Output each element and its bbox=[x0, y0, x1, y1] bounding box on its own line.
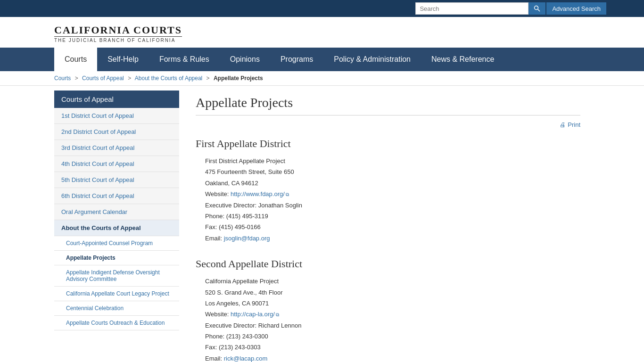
print-bar: 🖨 Print bbox=[196, 121, 580, 128]
district-phone-second: Phone: (213) 243-0300 bbox=[205, 331, 580, 342]
sidebar-sub-indigent[interactable]: Appellate Indigent Defense Oversight Adv… bbox=[54, 265, 179, 287]
district-email-second: Email: rick@lacap.com bbox=[205, 353, 580, 362]
svg-point-0 bbox=[535, 6, 538, 10]
district-info-second: California Appellate Project 520 S. Gran… bbox=[196, 276, 580, 362]
sidebar: Courts of Appeal 1st District Court of A… bbox=[54, 90, 179, 362]
search-input[interactable] bbox=[415, 2, 528, 15]
sidebar-link-5th-district[interactable]: 5th District Court of Appeal bbox=[54, 172, 179, 188]
breadcrumb-courts[interactable]: Courts bbox=[54, 75, 71, 82]
sidebar-link-outreach[interactable]: Appellate Courts Outreach & Education bbox=[54, 316, 179, 330]
svg-line-1 bbox=[538, 9, 540, 12]
district-org-first: First District Appellate Project bbox=[205, 156, 580, 166]
district-first: First Appellate District First District … bbox=[196, 138, 580, 244]
nav-link-selfhelp[interactable]: Self-Help bbox=[97, 48, 149, 71]
district-addr2-first: Oakland, CA 94612 bbox=[205, 178, 580, 189]
sidebar-link-indigent[interactable]: Appellate Indigent Defense Oversight Adv… bbox=[54, 265, 179, 286]
main-nav: Courts Self-Help Forms & Rules Opinions … bbox=[0, 48, 644, 71]
sidebar-link-counsel[interactable]: Court-Appointed Counsel Program bbox=[54, 236, 179, 250]
nav-link-forms[interactable]: Forms & Rules bbox=[149, 48, 220, 71]
district-org-second: California Appellate Project bbox=[205, 276, 580, 287]
district-title-second: Second Appellate District bbox=[196, 258, 580, 270]
printer-icon: 🖨 bbox=[560, 121, 566, 128]
nav-link-programs[interactable]: Programs bbox=[270, 48, 323, 71]
print-link[interactable]: 🖨 Print bbox=[560, 121, 580, 128]
sidebar-link-1st-district[interactable]: 1st District Court of Appeal bbox=[54, 108, 179, 123]
nav-link-opinions[interactable]: Opinions bbox=[220, 48, 270, 71]
nav-link-policy[interactable]: Policy & Administration bbox=[323, 48, 421, 71]
sidebar-link-appellate-projects[interactable]: Appellate Projects bbox=[54, 251, 179, 265]
district-second: Second Appellate District California App… bbox=[196, 258, 580, 362]
logo-sub: THE JUDICIAL BRANCH OF CALIFORNIA bbox=[54, 38, 182, 43]
external-icon-second: ⧉ bbox=[276, 312, 279, 317]
content-wrapper: Courts of Appeal 1st District Court of A… bbox=[0, 90, 644, 362]
site-header: CALIFORNIA COURTS THE JUDICIAL BRANCH OF… bbox=[0, 17, 644, 48]
search-icon bbox=[534, 5, 540, 12]
nav-item-opinions[interactable]: Opinions bbox=[220, 48, 270, 71]
sidebar-sub-outreach[interactable]: Appellate Courts Outreach & Education bbox=[54, 316, 179, 330]
site-logo: CALIFORNIA COURTS THE JUDICIAL BRANCH OF… bbox=[54, 24, 182, 43]
nav-link-courts[interactable]: Courts bbox=[54, 48, 97, 71]
main-content: Appellate Projects 🖨 Print First Appella… bbox=[186, 90, 590, 362]
search-form: Advanced Search bbox=[415, 2, 606, 15]
print-label: Print bbox=[568, 121, 580, 128]
nav-link-news[interactable]: News & Reference bbox=[421, 48, 504, 71]
district-addr1-first: 475 Fourteenth Street, Suite 650 bbox=[205, 166, 580, 177]
logo-main: CALIFORNIA COURTS bbox=[54, 24, 182, 37]
nav-item-courts[interactable]: Courts bbox=[54, 48, 97, 71]
sidebar-sub-legacy[interactable]: California Appellate Court Legacy Projec… bbox=[54, 287, 179, 301]
sidebar-sub-counsel[interactable]: Court-Appointed Counsel Program bbox=[54, 236, 179, 251]
page-title: Appellate Projects bbox=[196, 95, 580, 115]
nav-item-programs[interactable]: Programs bbox=[270, 48, 323, 71]
breadcrumb-about-courts[interactable]: About the Courts of Appeal bbox=[135, 75, 202, 82]
district-website-second: Website: http://cap-la.org/⧉ bbox=[205, 309, 580, 320]
sidebar-item-3rd-district[interactable]: 3rd District Court of Appeal bbox=[54, 140, 179, 156]
district-website-link-first[interactable]: http://www.fdap.org/ bbox=[231, 190, 285, 197]
sidebar-link-centennial[interactable]: Centennial Celebration bbox=[54, 301, 179, 315]
district-addr2-second: Los Angeles, CA 90071 bbox=[205, 298, 580, 309]
external-icon-first: ⧉ bbox=[286, 192, 289, 197]
sidebar-item-oral-argument[interactable]: Oral Argument Calendar bbox=[54, 204, 179, 220]
sidebar-link-6th-district[interactable]: 6th District Court of Appeal bbox=[54, 188, 179, 204]
sidebar-header: Courts of Appeal bbox=[54, 90, 179, 108]
district-email-link-second[interactable]: rick@lacap.com bbox=[224, 355, 268, 362]
breadcrumb: Courts > Courts of Appeal > About the Co… bbox=[0, 71, 644, 86]
sidebar-item-about-courts[interactable]: About the Courts of Appeal bbox=[54, 220, 179, 236]
sidebar-link-legacy[interactable]: California Appellate Court Legacy Projec… bbox=[54, 287, 179, 301]
nav-item-selfhelp[interactable]: Self-Help bbox=[97, 48, 149, 71]
breadcrumb-sep1: > bbox=[75, 75, 78, 82]
district-website-first: Website: http://www.fdap.org/⧉ bbox=[205, 189, 580, 199]
sidebar-item-5th-district[interactable]: 5th District Court of Appeal bbox=[54, 172, 179, 188]
breadcrumb-sep3: > bbox=[206, 75, 210, 82]
sidebar-link-4th-district[interactable]: 4th District Court of Appeal bbox=[54, 156, 179, 172]
nav-item-news[interactable]: News & Reference bbox=[421, 48, 504, 71]
district-phone-first: Phone: (415) 495-3119 bbox=[205, 211, 580, 222]
breadcrumb-current: Appellate Projects bbox=[214, 75, 263, 82]
sidebar-item-4th-district[interactable]: 4th District Court of Appeal bbox=[54, 156, 179, 172]
top-bar: Advanced Search bbox=[0, 0, 644, 17]
breadcrumb-courts-of-appeal[interactable]: Courts of Appeal bbox=[82, 75, 124, 82]
nav-item-forms[interactable]: Forms & Rules bbox=[149, 48, 220, 71]
district-title-first: First Appellate District bbox=[196, 138, 580, 150]
sidebar-sub-centennial[interactable]: Centennial Celebration bbox=[54, 301, 179, 316]
sidebar-item-2nd-district[interactable]: 2nd District Court of Appeal bbox=[54, 124, 179, 140]
sidebar-link-3rd-district[interactable]: 3rd District Court of Appeal bbox=[54, 140, 179, 156]
district-email-link-first[interactable]: jsoglin@fdap.org bbox=[224, 235, 270, 242]
district-fax-first: Fax: (415) 495-0166 bbox=[205, 222, 580, 232]
breadcrumb-sep2: > bbox=[128, 75, 131, 82]
district-director-second: Executive Director: Richard Lennon bbox=[205, 320, 580, 331]
sidebar-item-6th-district[interactable]: 6th District Court of Appeal bbox=[54, 188, 179, 204]
nav-item-policy[interactable]: Policy & Administration bbox=[323, 48, 421, 71]
district-email-first: Email: jsoglin@fdap.org bbox=[205, 233, 580, 244]
district-fax-second: Fax: (213) 243-0303 bbox=[205, 342, 580, 353]
sidebar-link-oral-argument[interactable]: Oral Argument Calendar bbox=[54, 204, 179, 220]
district-info-first: First District Appellate Project 475 Fou… bbox=[196, 156, 580, 244]
sidebar-link-about-courts[interactable]: About the Courts of Appeal bbox=[54, 220, 179, 236]
district-addr1-second: 520 S. Grand Ave., 4th Floor bbox=[205, 287, 580, 298]
district-director-first: Executive Director: Jonathan Soglin bbox=[205, 200, 580, 211]
advanced-search-button[interactable]: Advanced Search bbox=[546, 2, 606, 15]
search-button[interactable] bbox=[528, 2, 545, 15]
district-website-link-second[interactable]: http://cap-la.org/ bbox=[231, 311, 275, 318]
sidebar-item-1st-district[interactable]: 1st District Court of Appeal bbox=[54, 108, 179, 124]
sidebar-sub-appellate-projects[interactable]: Appellate Projects bbox=[54, 251, 179, 265]
sidebar-link-2nd-district[interactable]: 2nd District Court of Appeal bbox=[54, 124, 179, 140]
